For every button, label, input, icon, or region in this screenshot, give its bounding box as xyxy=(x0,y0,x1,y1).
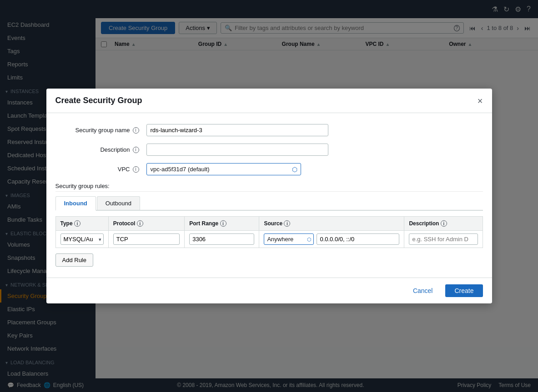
rule-protocol-cell xyxy=(108,231,184,248)
security-group-name-info-icon[interactable]: i xyxy=(133,127,139,134)
vpc-row: VPC i vpc-ad5f31d7 (default) ⬡ xyxy=(55,163,483,175)
rule-port-range-input[interactable] xyxy=(189,233,254,245)
vpc-select[interactable]: vpc-ad5f31d7 (default) xyxy=(146,163,301,175)
rule-type-select-wrapper: MYSQL/Aurora ▾ xyxy=(60,233,104,245)
rules-section-label: Security group rules: xyxy=(55,183,483,192)
rules-tabs: Inbound Outbound xyxy=(55,196,483,211)
col-header-description: Description i xyxy=(404,217,483,231)
col-header-source: Source i xyxy=(259,217,404,231)
security-group-name-label: Security group name i xyxy=(55,127,146,134)
col-header-protocol: Protocol i xyxy=(108,217,184,231)
rule-row: MYSQL/Aurora ▾ xyxy=(55,231,483,248)
create-button[interactable]: Create xyxy=(445,284,483,297)
source-info-icon[interactable]: i xyxy=(284,220,290,227)
rule-port-range-cell xyxy=(185,231,259,248)
rule-description-input[interactable] xyxy=(409,233,478,245)
description-info-icon[interactable]: i xyxy=(133,147,139,153)
protocol-info-icon[interactable]: i xyxy=(137,220,143,227)
security-group-name-row: Security group name i xyxy=(55,124,483,136)
modal-overlay: Create Security Group × Security group n… xyxy=(0,0,538,392)
rule-source-cell: Anywhere ⬡ xyxy=(259,231,404,248)
description-input[interactable] xyxy=(146,144,328,156)
description-col-info-icon[interactable]: i xyxy=(441,220,447,227)
vpc-label: VPC i xyxy=(55,166,146,173)
rule-type-cell: MYSQL/Aurora ▾ xyxy=(55,231,108,248)
source-select-wrapper: Anywhere ⬡ xyxy=(264,233,314,245)
tab-inbound[interactable]: Inbound xyxy=(55,196,96,211)
col-header-port-range: Port Range i xyxy=(185,217,259,231)
tab-outbound[interactable]: Outbound xyxy=(97,196,140,210)
create-security-group-modal: Create Security Group × Security group n… xyxy=(46,89,492,303)
port-range-info-icon[interactable]: i xyxy=(220,220,226,227)
rules-table: Type i Protocol i Port Range i Source xyxy=(55,216,483,248)
vpc-select-wrapper: vpc-ad5f31d7 (default) ⬡ xyxy=(146,163,301,175)
rule-description-cell xyxy=(404,231,483,248)
rule-protocol-input[interactable] xyxy=(113,233,180,245)
source-select[interactable]: Anywhere xyxy=(264,233,314,245)
add-rule-button[interactable]: Add Rule xyxy=(55,253,93,267)
type-info-icon[interactable]: i xyxy=(74,220,80,227)
source-ip-input[interactable] xyxy=(317,233,399,245)
modal-title: Create Security Group xyxy=(55,96,142,105)
modal-body: Security group name i Description i VPC … xyxy=(46,113,492,278)
modal-header: Create Security Group × xyxy=(46,89,492,113)
modal-footer: Cancel Create xyxy=(46,278,492,303)
modal-close-button[interactable]: × xyxy=(478,96,483,105)
security-group-name-input[interactable] xyxy=(146,124,328,136)
cancel-button[interactable]: Cancel xyxy=(406,284,440,297)
description-row: Description i xyxy=(55,144,483,156)
col-header-type: Type i xyxy=(55,217,108,231)
vpc-info-icon[interactable]: i xyxy=(133,166,139,173)
description-label: Description i xyxy=(55,146,146,153)
rule-type-select[interactable]: MYSQL/Aurora xyxy=(60,233,104,245)
